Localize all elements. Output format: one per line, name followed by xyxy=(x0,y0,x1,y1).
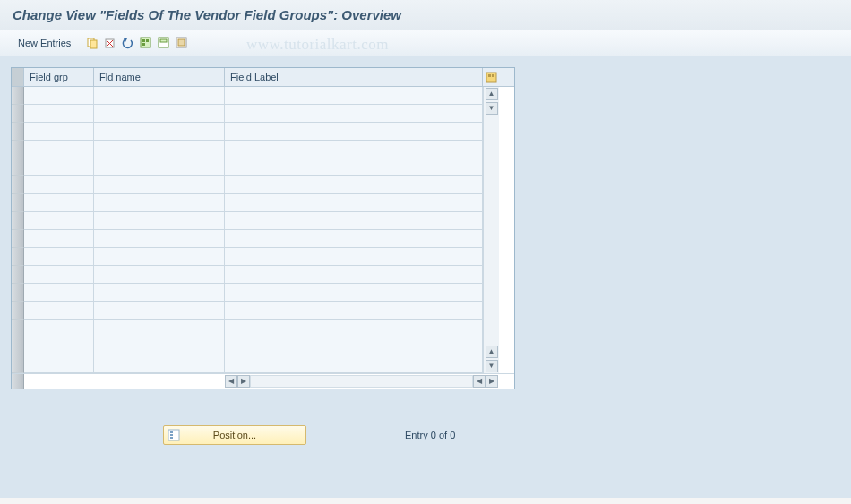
table-row[interactable] xyxy=(12,266,483,284)
cell-field-label[interactable] xyxy=(225,141,483,158)
cell-field-grp[interactable] xyxy=(24,141,94,158)
cell-field-grp[interactable] xyxy=(24,212,94,230)
table-row[interactable] xyxy=(12,141,483,158)
row-handle[interactable] xyxy=(12,158,24,176)
column-header-field-label[interactable]: Field Label xyxy=(225,68,483,86)
cell-fld-name[interactable] xyxy=(94,230,225,248)
row-handle[interactable] xyxy=(12,123,24,141)
cell-field-label[interactable] xyxy=(225,194,483,212)
table-row[interactable] xyxy=(12,284,483,302)
scroll-down2-icon[interactable]: ▼ xyxy=(486,360,498,372)
row-handle[interactable] xyxy=(12,266,24,284)
cell-fld-name[interactable] xyxy=(94,337,225,355)
scroll-left2-icon[interactable]: ◀ xyxy=(473,375,486,388)
cell-field-grp[interactable] xyxy=(24,337,94,355)
scroll-right2-icon[interactable]: ▶ xyxy=(486,375,498,388)
hscroll-track[interactable] xyxy=(250,375,473,388)
cell-fld-name[interactable] xyxy=(94,284,225,302)
cell-fld-name[interactable] xyxy=(94,176,225,194)
row-handle[interactable] xyxy=(12,230,24,248)
cell-fld-name[interactable] xyxy=(94,248,225,266)
table-row[interactable] xyxy=(12,230,483,248)
cell-field-grp[interactable] xyxy=(24,320,94,337)
select-all-icon[interactable] xyxy=(139,36,153,50)
table-config-icon[interactable] xyxy=(483,68,499,86)
table-row[interactable] xyxy=(12,194,483,212)
cell-field-grp[interactable] xyxy=(24,194,94,212)
cell-field-label[interactable] xyxy=(225,320,483,337)
horizontal-scrollbar[interactable]: ◀ ▶ ◀ ▶ xyxy=(12,373,514,389)
row-handle[interactable] xyxy=(12,337,24,355)
row-handle[interactable] xyxy=(12,320,24,337)
row-handle[interactable] xyxy=(12,87,24,105)
row-handle[interactable] xyxy=(12,105,24,123)
cell-fld-name[interactable] xyxy=(94,212,225,230)
cell-field-grp[interactable] xyxy=(24,176,94,194)
row-handle[interactable] xyxy=(12,302,24,320)
row-handle[interactable] xyxy=(12,194,24,212)
cell-field-label[interactable] xyxy=(225,123,483,141)
undo-icon[interactable] xyxy=(121,36,135,50)
delete-icon[interactable] xyxy=(103,36,117,50)
cell-fld-name[interactable] xyxy=(94,266,225,284)
row-handle[interactable] xyxy=(12,176,24,194)
cell-field-label[interactable] xyxy=(225,212,483,230)
row-handle[interactable] xyxy=(12,248,24,266)
cell-field-label[interactable] xyxy=(225,266,483,284)
cell-fld-name[interactable] xyxy=(94,105,225,123)
table-row[interactable] xyxy=(12,320,483,337)
cell-fld-name[interactable] xyxy=(94,87,225,105)
scroll-down-icon[interactable]: ▼ xyxy=(486,102,498,115)
cell-field-grp[interactable] xyxy=(24,158,94,176)
cell-field-grp[interactable] xyxy=(24,248,94,266)
cell-field-grp[interactable] xyxy=(24,87,94,105)
cell-field-label[interactable] xyxy=(225,248,483,266)
cell-field-grp[interactable] xyxy=(24,123,94,141)
table-row[interactable] xyxy=(12,212,483,230)
table-row[interactable] xyxy=(12,248,483,266)
cell-field-label[interactable] xyxy=(225,176,483,194)
select-block-icon[interactable] xyxy=(157,36,171,50)
scroll-up-icon[interactable]: ▲ xyxy=(486,88,498,100)
cell-field-label[interactable] xyxy=(225,302,483,320)
cell-fld-name[interactable] xyxy=(94,123,225,141)
cell-field-label[interactable] xyxy=(225,284,483,302)
table-row[interactable] xyxy=(12,105,483,123)
cell-field-label[interactable] xyxy=(225,105,483,123)
cell-field-grp[interactable] xyxy=(24,355,94,373)
table-row[interactable] xyxy=(12,158,483,176)
position-button[interactable]: Position... xyxy=(163,425,306,445)
cell-fld-name[interactable] xyxy=(94,194,225,212)
column-header-field-grp[interactable]: Field grp xyxy=(24,68,94,86)
scroll-right-icon[interactable]: ▶ xyxy=(237,375,250,388)
cell-field-grp[interactable] xyxy=(24,230,94,248)
row-handle[interactable] xyxy=(12,212,24,230)
table-row[interactable] xyxy=(12,337,483,355)
cell-fld-name[interactable] xyxy=(94,158,225,176)
cell-field-label[interactable] xyxy=(225,158,483,176)
row-handle[interactable] xyxy=(12,141,24,158)
cell-field-label[interactable] xyxy=(225,337,483,355)
cell-field-label[interactable] xyxy=(225,355,483,373)
deselect-icon[interactable] xyxy=(175,36,189,50)
cell-field-grp[interactable] xyxy=(24,284,94,302)
cell-field-grp[interactable] xyxy=(24,302,94,320)
new-entries-button[interactable]: New Entries xyxy=(13,36,76,50)
cell-field-label[interactable] xyxy=(225,87,483,105)
cell-fld-name[interactable] xyxy=(94,355,225,373)
table-row[interactable] xyxy=(12,355,483,373)
row-handle[interactable] xyxy=(12,355,24,373)
copy-icon[interactable] xyxy=(85,36,99,50)
cell-field-label[interactable] xyxy=(225,230,483,248)
table-row[interactable] xyxy=(12,302,483,320)
row-handle[interactable] xyxy=(12,284,24,302)
scroll-up2-icon[interactable]: ▲ xyxy=(486,346,498,358)
cell-fld-name[interactable] xyxy=(94,320,225,337)
column-header-fld-name[interactable]: Fld name xyxy=(94,68,225,86)
cell-fld-name[interactable] xyxy=(94,302,225,320)
vertical-scrollbar[interactable]: ▲ ▼ ▲ ▼ xyxy=(483,87,499,373)
cell-fld-name[interactable] xyxy=(94,141,225,158)
table-row[interactable] xyxy=(12,123,483,141)
table-row[interactable] xyxy=(12,176,483,194)
cell-field-grp[interactable] xyxy=(24,105,94,123)
